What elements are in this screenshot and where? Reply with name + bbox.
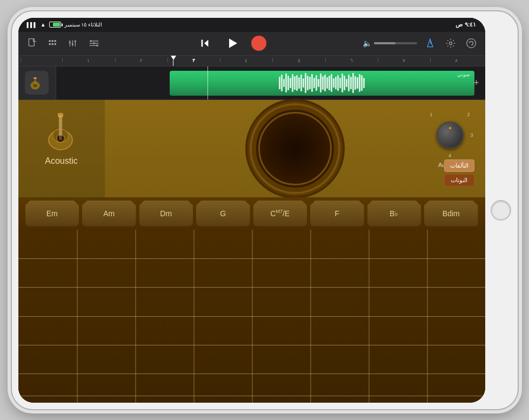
home-button[interactable] [518,197,519,224]
settings-button[interactable] [443,36,458,51]
waveform-bar [339,78,341,88]
signal-icon: ▌▌▌ [27,22,37,28]
chords-button[interactable]: التآلفات [444,159,474,172]
string-line-4 [18,345,485,345]
svg-point-15 [96,45,98,46]
waveform-bar [298,77,300,89]
status-date: الثلاثاء ١٥ سبتمبر [64,22,103,28]
ruler-mark-9: ٨ [430,58,483,63]
svg-rect-29 [34,77,37,79]
chord-bdim-button[interactable]: Bdim [424,201,478,226]
ruler-mark-3: ٢ [115,58,168,63]
waveform-bar [344,76,345,90]
knob-indicator [449,127,451,129]
waveform-bar [292,74,293,91]
controls-icon [89,38,99,49]
status-right: ٩:٤١ ص [456,21,477,28]
track-area: صوتي [18,66,485,100]
chord-row: Em Am Dm G CM7/E F [18,197,485,230]
track-clip[interactable]: صوتي [170,71,474,96]
ruler-mark-2: ١ [62,58,115,63]
chord-g-button[interactable]: G [196,201,250,226]
waveform-bar [359,74,360,91]
record-indicator [251,36,266,51]
toolbar-center [196,34,267,53]
chord-am-button[interactable]: Am [82,201,136,226]
status-bar: ٩:٤١ ص الثلاثاء ١٥ سبتمبر ▲ ▌▌▌ [18,18,485,32]
string-line-3 [18,316,485,317]
knob-label-1: 1 [430,112,433,117]
knob-label-3: 3 [470,132,473,138]
record-button[interactable] [250,35,267,52]
svg-rect-5 [54,40,56,42]
status-time: ٩:٤١ [465,21,477,28]
toolbar-right: 🔈 [363,36,479,51]
waveform [277,71,367,96]
svg-rect-3 [49,43,50,45]
ruler-mark-5: ٤ [220,58,272,63]
waveform-bar [354,76,356,90]
plugin-button[interactable] [464,36,479,51]
instrument-panel[interactable]: Acoustic [18,100,105,197]
waveform-bar [357,77,358,89]
add-track-button[interactable]: + [471,77,482,88]
chord-am-label: Am [103,209,115,218]
side-button[interactable] [11,179,12,195]
new-project-button[interactable] [25,36,40,51]
battery-icon [49,22,61,28]
home-button-circle[interactable] [491,200,511,221]
waveform-bar [331,74,332,91]
instrument-icon-large [40,109,83,152]
metronome-button[interactable] [423,36,438,51]
waveform-bar [313,78,315,88]
waveform-bar [311,74,313,91]
controls-button[interactable] [86,36,102,51]
timeline-ruler: ١ ٢ ٣ ٤ ٥ ٦ ٧ ٨ [18,56,485,66]
waveform-bar [350,77,352,89]
waveform-bar [341,74,343,92]
waveform-bar [346,79,347,87]
gear-icon [445,38,456,49]
track-icon[interactable] [25,71,49,95]
waveform-bar [296,75,298,91]
string-line-5 [18,374,485,374]
status-ampm: ص [456,21,463,28]
volume-slider[interactable] [374,42,417,44]
playhead-marker [171,56,176,66]
string-line-1 [18,258,485,259]
chord-cm7e-label: CM7/E [270,209,290,218]
clip-label: صوتي [457,72,470,77]
chord-f-button[interactable]: F [310,201,364,226]
guitar-content: Acoustic 1 2 3 4 [18,100,485,403]
strings-area[interactable] [18,230,485,403]
waveform-bar [287,76,289,90]
waveform-bar [348,75,350,91]
screen: ٩:٤١ ص الثلاثاء ١٥ سبتمبر ▲ ▌▌▌ [18,18,485,403]
chord-em-button[interactable]: Em [25,201,79,226]
notes-button[interactable]: النوتات [444,174,474,186]
waveform-bar [363,78,365,88]
waveform-bar [322,76,324,90]
play-button[interactable] [222,34,242,53]
chord-dm-button[interactable]: Dm [139,201,193,226]
mixer-button[interactable] [66,36,81,51]
string-line-6 [18,396,485,396]
instrument-name: Acoustic [45,156,77,166]
waveform-bar [285,74,287,92]
rewind-button[interactable] [196,35,213,52]
status-left: الثلاثاء ١٥ سبتمبر ▲ ▌▌▌ [27,22,103,28]
svg-point-13 [93,42,95,44]
guitar-top-section: Acoustic 1 2 3 4 [18,100,485,197]
chord-bb-button[interactable]: B♭ [367,201,421,226]
string-line-2 [18,287,485,288]
waveform-bar [281,75,283,91]
tracks-button[interactable] [45,36,61,51]
ruler-mark-6: ٥ [272,58,325,63]
svg-rect-2 [51,40,53,42]
track-content: صوتي [56,66,485,99]
autoplay-knob[interactable] [437,122,464,149]
chord-cm7e-button[interactable]: CM7/E [253,201,307,226]
guitar-sound-hole [252,105,338,192]
playhead-arrow [171,56,176,60]
tracks-icon [48,38,58,49]
